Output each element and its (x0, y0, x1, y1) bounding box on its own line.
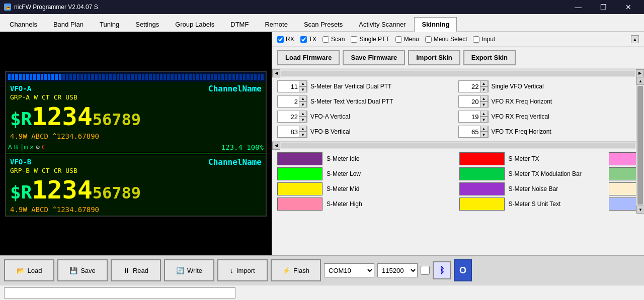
checkbox-menu-input[interactable] (395, 36, 402, 43)
color-swatch-smhigh[interactable] (277, 197, 323, 211)
color-swatch-smnoise[interactable] (459, 182, 505, 195)
vscrollbar: ▲ ▼ (636, 77, 644, 214)
checkbox-menuselect-input[interactable] (425, 36, 432, 43)
tab-settings[interactable]: Settings (128, 17, 167, 31)
checkbox-singleptt: Single PTT (351, 36, 389, 43)
save-firmware-button[interactable]: Save Firmware (343, 50, 405, 65)
checkbox-scan-input[interactable] (323, 36, 329, 43)
vfo-b-frequency: $R 1234 56789 (10, 174, 262, 206)
write-button[interactable]: 🔄 Write (164, 259, 214, 281)
hscrollbar-track2 (281, 143, 635, 148)
tab-grouplabels[interactable]: Group Labels (168, 17, 222, 31)
color-swatch-smidle[interactable] (277, 152, 323, 165)
hscroll-right-btn[interactable]: ▶ (636, 69, 644, 77)
checkbox-menuselect-label: Menu Select (434, 36, 467, 43)
color-swatch-smtx-right[interactable] (609, 152, 639, 165)
spinner-vfoa-down[interactable]: ▼ (299, 117, 307, 123)
close-button[interactable]: ✕ (617, 0, 640, 14)
load-button[interactable]: 📂 Load (4, 259, 54, 281)
restore-button[interactable]: ❐ (592, 0, 615, 14)
color-swatch-smsunit[interactable] (459, 197, 505, 211)
bluetooth-icon: ᛒ (439, 265, 445, 276)
color-swatch-smnoise-right[interactable] (609, 182, 639, 195)
vfo-a-prefix: $R (10, 109, 32, 129)
import-skin-button[interactable]: Import Skin (408, 50, 460, 65)
checkbox-tx-input[interactable] (300, 36, 307, 43)
hscroll-left-btn[interactable]: ◀ (272, 69, 280, 77)
spinner-smbar-up[interactable]: ▲ (299, 80, 307, 86)
tab-scanpresets[interactable]: Scan Presets (296, 17, 350, 31)
bluetooth-button[interactable]: ᛒ (433, 261, 451, 279)
spinner-singlevfo-arrows: ▲ ▼ (480, 80, 488, 92)
spinner-vforxh-down[interactable]: ▼ (480, 102, 488, 108)
status-input[interactable] (4, 287, 235, 298)
spinner-smtext-down[interactable]: ▼ (299, 102, 307, 108)
spinner-vforxh-up[interactable]: ▲ (480, 95, 488, 102)
vscroll-up-btn[interactable]: ▲ (631, 35, 639, 43)
com-port-select[interactable]: COM10 COM1 COM2 COM3 COM9 (324, 263, 374, 277)
spinner-vfoa-arrows: ▲ ▼ (299, 111, 307, 123)
spinner-vforxh-arrows: ▲ ▼ (480, 95, 488, 108)
read-button[interactable]: ⏸ Read (111, 259, 161, 281)
spinner-singlevfo-input: 22 ▲ ▼ (458, 80, 489, 92)
vscroll-up[interactable]: ▲ (636, 77, 644, 85)
tab-channels[interactable]: Channels (2, 17, 45, 31)
checkbox-tx-label: TX (309, 36, 316, 43)
load-firmware-button[interactable]: Load Firmware (277, 50, 340, 65)
color-swatch-smtxmod-right[interactable] (609, 167, 639, 180)
checkbox-input-label: Input (481, 36, 495, 43)
spinner-smtext-label: S-Meter Text Vertical Dual PTT (310, 98, 393, 105)
tab-bandplan[interactable]: Band Plan (46, 17, 91, 31)
spinner-vforxv-down[interactable]: ▼ (480, 117, 488, 123)
hscroll-left-btn2[interactable]: ◀ (272, 142, 280, 150)
minimize-button[interactable]: — (567, 0, 590, 14)
tab-dtmf[interactable]: DTMF (223, 17, 256, 31)
vfo-b-row1: VFO-B ChannelName (10, 157, 262, 167)
vscroll-down[interactable]: ▼ (636, 206, 644, 214)
vfo-b-section: VFO-B ChannelName GRP-B W CT CR USB $R 1… (6, 155, 266, 216)
tab-activityscanner[interactable]: Activity Scanner (351, 17, 413, 31)
spinner-vfob-label: VFO-B Vertical (310, 128, 350, 135)
checkbox-input-input[interactable] (473, 36, 479, 43)
color-swatch-smtxmod[interactable] (459, 167, 505, 180)
spinner-singlevfo-val: 22 (459, 83, 480, 90)
toolbar-checkbox[interactable] (421, 266, 430, 275)
vscroll-thumb[interactable] (637, 86, 643, 205)
spinner-vforxv-up[interactable]: ▲ (480, 111, 488, 117)
color-swatch-smsunit-right[interactable] (609, 197, 639, 211)
vfo-a-frequency: $R 1234 56789 (10, 101, 262, 132)
button-area: Load Firmware Save Firmware Import Skin … (272, 47, 644, 69)
spinner-singlevfo-up[interactable]: ▲ (480, 80, 488, 86)
spinner-vfoa-up[interactable]: ▲ (299, 111, 307, 117)
spinner-vfotxh-label: VFO TX Freq Horizont (492, 128, 551, 135)
tab-remote[interactable]: Remote (257, 17, 295, 31)
color-swatch-smlow[interactable] (277, 167, 323, 180)
save-button[interactable]: 💾 Save (57, 259, 108, 281)
tab-tuning[interactable]: Tuning (92, 17, 127, 31)
spinner-vfotxh-down[interactable]: ▼ (480, 132, 488, 138)
spinner-vfob-down[interactable]: ▼ (299, 132, 307, 138)
checkbox-rx-input[interactable] (277, 36, 284, 43)
skinning-scroll-content: 11 ▲ ▼ S-Meter Bar Vertical Dual PTT 22 (272, 77, 644, 214)
vfo-b-freq-small: 56789 (93, 183, 141, 203)
spinner-vfotxh-up[interactable]: ▲ (480, 126, 488, 132)
load-label: Load (28, 267, 42, 274)
import-button[interactable]: ↓ Import (217, 259, 268, 281)
spinner-singlevfo-down[interactable]: ▼ (480, 86, 488, 92)
baud-rate-select[interactable]: 115200 57600 38400 19200 9600 (377, 263, 418, 277)
color-swatch-smtx[interactable] (459, 152, 505, 165)
color-label-smnoise: S-Meter Noise Bar (509, 185, 558, 192)
spinner-vfob-up[interactable]: ▲ (299, 126, 307, 132)
tab-skinning[interactable]: Skinning (414, 17, 457, 32)
spinner-smtext-up[interactable]: ▲ (299, 95, 307, 102)
spinner-vfoa-label: VFO-A Vertical (310, 113, 350, 120)
spinner-smbar-down[interactable]: ▼ (299, 86, 307, 92)
checkbox-rx-label: RX (286, 36, 294, 43)
read-icon: ⏸ (123, 267, 130, 274)
checkbox-singleptt-input[interactable] (351, 36, 357, 43)
flash-button[interactable]: ⚡ Flash (271, 259, 321, 281)
o-button[interactable]: O (454, 259, 472, 281)
checkbox-rx: RX (277, 36, 294, 43)
color-swatch-smmid[interactable] (277, 182, 323, 195)
export-skin-button[interactable]: Export Skin (463, 50, 516, 65)
